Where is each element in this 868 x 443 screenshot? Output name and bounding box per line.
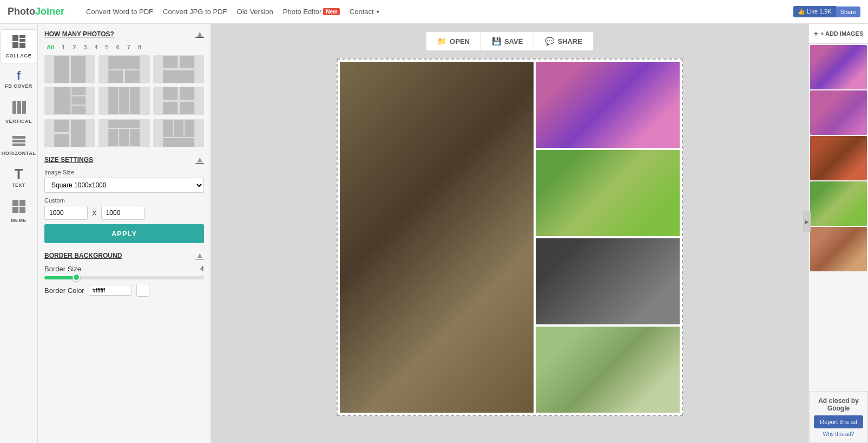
settings-panel: HOW MANY PHOTOS? ▲ All 1 2 3 4 5 6 7 8 <box>38 24 211 443</box>
tab-5[interactable]: 5 <box>103 43 111 51</box>
custom-label: Custom <box>44 197 204 204</box>
sidebar-item-horizontal[interactable]: HORIZONTAL <box>0 131 37 160</box>
layout-option-6[interactable] <box>153 87 204 115</box>
tab-3[interactable]: 3 <box>81 43 89 51</box>
svg-rect-3 <box>12 42 18 48</box>
svg-rect-43 <box>185 120 194 137</box>
tab-1[interactable]: 1 <box>60 43 67 51</box>
chevron-right-icon: ▶ <box>805 219 809 225</box>
sidebar-item-text[interactable]: T TEXT <box>0 162 37 192</box>
how-many-section: HOW MANY PHOTOS? ▲ All 1 2 3 4 5 6 7 8 <box>44 29 204 147</box>
add-images-button[interactable]: + + ADD IMAGES <box>809 24 868 44</box>
collapse-size[interactable]: ▲ <box>195 155 204 165</box>
collage-canvas <box>337 58 683 416</box>
collapse-how-many[interactable]: ▲ <box>195 29 204 39</box>
svg-rect-19 <box>125 70 140 83</box>
layout-option-5[interactable] <box>98 87 149 115</box>
border-size-slider[interactable] <box>44 276 204 279</box>
report-ad-button[interactable]: Report this ad <box>814 415 863 428</box>
share-icon: 💬 <box>545 37 554 45</box>
layout-grid-2 <box>44 119 204 147</box>
svg-rect-38 <box>108 129 118 146</box>
collage-col-right <box>536 62 680 413</box>
svg-rect-22 <box>163 70 194 83</box>
svg-rect-36 <box>54 134 69 147</box>
sidebar-item-meme[interactable]: MEME <box>0 194 37 227</box>
nav-convert-jpg[interactable]: Convert JPG to PDF <box>163 8 227 16</box>
plus-icon: + <box>814 29 818 38</box>
layout-option-4[interactable] <box>44 87 95 115</box>
fb-like-button[interactable]: 👍 Like 1.9K Share <box>793 6 860 17</box>
fb-share-button[interactable]: Share <box>836 6 860 17</box>
thumbnail-1[interactable] <box>810 45 867 89</box>
layout-option-8[interactable] <box>98 119 149 147</box>
tab-7[interactable]: 7 <box>125 43 133 51</box>
photo-slot-main[interactable] <box>340 62 534 413</box>
tab-all[interactable]: All <box>44 43 56 51</box>
open-button[interactable]: 📁 OPEN <box>426 32 481 50</box>
border-size-value: 4 <box>200 265 204 273</box>
right-sidebar-collapse-handle[interactable]: ▶ <box>803 211 811 232</box>
ad-closed-text: Ad closed by Google <box>814 397 863 412</box>
svg-rect-30 <box>163 87 177 100</box>
border-color-label: Border Color <box>44 286 84 295</box>
photo-slot-right-1[interactable] <box>536 62 680 148</box>
svg-rect-25 <box>71 96 86 105</box>
size-x-separator: X <box>92 209 97 217</box>
thumbnail-2[interactable] <box>810 90 867 135</box>
folder-icon: 📁 <box>437 37 446 45</box>
svg-rect-37 <box>108 120 140 128</box>
collapse-border[interactable]: ▲ <box>195 251 204 260</box>
svg-rect-33 <box>180 102 194 114</box>
top-navigation: PhotoJoiner Convert Word to PDF Convert … <box>0 0 868 24</box>
svg-rect-27 <box>108 87 118 114</box>
thumbnail-4[interactable] <box>810 181 867 226</box>
sidebar-item-label-horizontal: HORIZONTAL <box>2 151 36 156</box>
svg-rect-42 <box>174 120 183 137</box>
image-size-select[interactable]: Square 1000x1000 <box>44 178 204 193</box>
horizontal-icon <box>11 135 27 149</box>
sidebar-item-collage[interactable]: COLLAGE <box>0 29 37 63</box>
custom-width-input[interactable] <box>44 206 88 220</box>
svg-rect-4 <box>19 43 25 48</box>
svg-rect-14 <box>19 207 25 213</box>
share-button[interactable]: 💬 SHARE <box>534 32 593 50</box>
nav-old-version[interactable]: Old Version <box>237 8 273 16</box>
svg-rect-34 <box>54 120 69 132</box>
why-ad-link[interactable]: Why this ad? <box>823 431 854 437</box>
svg-rect-35 <box>71 120 86 147</box>
photo-slot-right-4[interactable] <box>536 327 680 413</box>
photo-slot-right-3[interactable] <box>536 238 680 324</box>
center-toolbar: 📁 OPEN 💾 SAVE 💬 SHARE <box>426 31 594 51</box>
tab-4[interactable]: 4 <box>92 43 100 51</box>
layout-option-1[interactable] <box>44 55 95 83</box>
tab-8[interactable]: 8 <box>136 43 143 51</box>
sidebar-item-fb-cover[interactable]: f FB COVER <box>0 66 37 93</box>
nav-links: Convert Word to PDF Convert JPG to PDF O… <box>86 8 380 16</box>
save-button[interactable]: 💾 SAVE <box>481 32 534 50</box>
thumbnail-5[interactable] <box>810 227 867 271</box>
border-bg-section: BORDER BACKGROUND ▲ Border Size 4 Border… <box>44 251 204 297</box>
sidebar-item-vertical[interactable]: VERTICAL <box>0 95 37 128</box>
border-color-input[interactable] <box>89 285 132 296</box>
nav-convert-word[interactable]: Convert Word to PDF <box>86 8 153 16</box>
svg-rect-9 <box>12 140 25 142</box>
nav-photo-editor[interactable]: Photo Editor New <box>283 8 340 16</box>
layout-option-2[interactable] <box>98 55 149 83</box>
thumbnail-3[interactable] <box>810 136 867 180</box>
layout-option-3[interactable] <box>153 55 204 83</box>
apply-button[interactable]: APPLY <box>44 224 204 243</box>
sidebar-item-label-vertical: VERTICAL <box>5 119 32 124</box>
size-settings-section: SIZE SETTINGS ▲ Image Size Square 1000x1… <box>44 155 204 243</box>
nav-contact[interactable]: Contact ▼ <box>350 8 380 16</box>
border-color-swatch[interactable] <box>136 284 149 297</box>
svg-rect-26 <box>71 106 86 114</box>
tab-2[interactable]: 2 <box>70 43 78 51</box>
layout-option-9[interactable] <box>153 119 204 147</box>
tab-6[interactable]: 6 <box>114 43 122 51</box>
new-badge: New <box>323 8 340 15</box>
photo-slot-right-2[interactable] <box>536 150 680 236</box>
layout-option-7[interactable] <box>44 119 95 147</box>
fb-like-count[interactable]: 👍 Like 1.9K <box>793 6 836 17</box>
custom-height-input[interactable] <box>101 206 144 220</box>
